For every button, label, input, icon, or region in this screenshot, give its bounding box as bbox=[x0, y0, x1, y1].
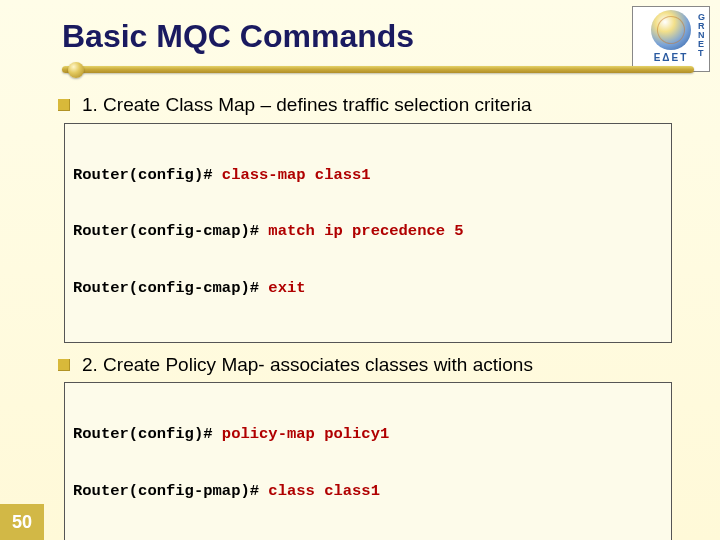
code-line: Router(config)# class-map class1 bbox=[73, 166, 663, 185]
code-block: Router(config)# policy-map policy1 Route… bbox=[64, 382, 672, 540]
logo-acronym-vertical: G R N E T bbox=[698, 13, 705, 58]
slide: G R N E T ΕΔΕΤ Basic MQC Commands 1. Cre… bbox=[0, 0, 720, 540]
title-underline bbox=[62, 63, 694, 79]
page-number: 50 bbox=[0, 504, 44, 540]
code-line: Router(config-cmap)# exit bbox=[73, 279, 663, 298]
bullet-item: 1. Create Class Map – defines traffic se… bbox=[58, 93, 678, 117]
code-block: Router(config)# class-map class1 Router(… bbox=[64, 123, 672, 343]
bullet-icon bbox=[58, 359, 70, 371]
bullet-icon bbox=[58, 99, 70, 111]
code-command: policy-map policy1 bbox=[213, 425, 390, 443]
code-command: class class1 bbox=[259, 482, 380, 500]
slide-content: 1. Create Class Map – defines traffic se… bbox=[36, 93, 684, 540]
slide-title: Basic MQC Commands bbox=[62, 18, 684, 55]
code-command: class-map class1 bbox=[213, 166, 371, 184]
code-line: Router(config-cmap)# match ip precedence… bbox=[73, 222, 663, 241]
globe-icon bbox=[651, 10, 691, 50]
logo-acronym-bottom: ΕΔΕΤ bbox=[654, 52, 689, 63]
code-prompt: Router(config)# bbox=[73, 425, 213, 443]
bullet-item: 2. Create Policy Map- associates classes… bbox=[58, 353, 678, 377]
code-prompt: Router(config-cmap)# bbox=[73, 222, 259, 240]
code-prompt: Router(config-cmap)# bbox=[73, 279, 259, 297]
code-line: Router(config)# policy-map policy1 bbox=[73, 425, 663, 444]
code-prompt: Router(config)# bbox=[73, 166, 213, 184]
code-line: Router(config-pmap)# class class1 bbox=[73, 482, 663, 501]
bullet-text: 1. Create Class Map – defines traffic se… bbox=[82, 93, 532, 117]
bullet-text: 2. Create Policy Map- associates classes… bbox=[82, 353, 533, 377]
code-prompt: Router(config-pmap)# bbox=[73, 482, 259, 500]
code-command: exit bbox=[259, 279, 306, 297]
code-command: match ip precedence 5 bbox=[259, 222, 464, 240]
